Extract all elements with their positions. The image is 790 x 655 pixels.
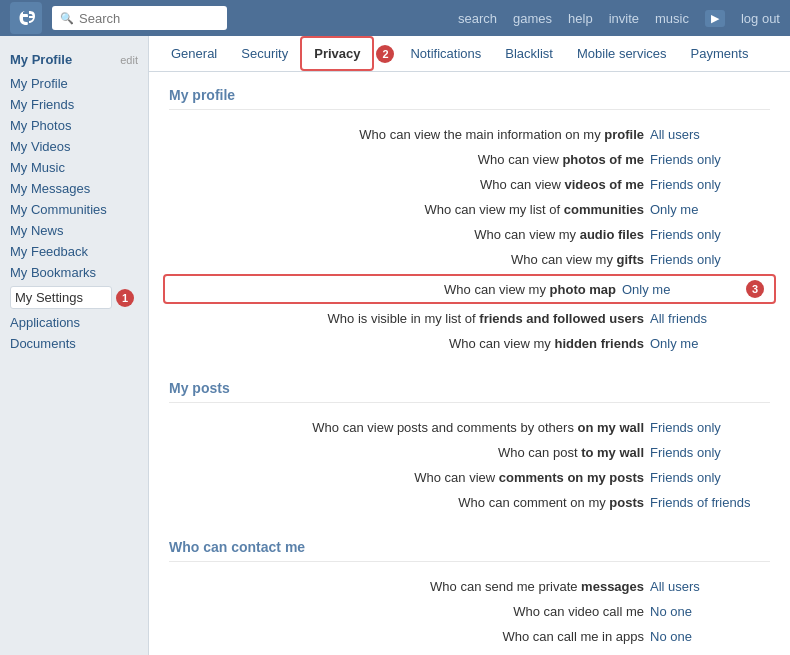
sidebar-item-applications[interactable]: Applications xyxy=(0,312,148,333)
setting-label: Who can comment on my posts xyxy=(169,495,650,510)
sidebar-item-my-videos[interactable]: My Videos xyxy=(0,136,148,157)
setting-label: Who can view videos of me xyxy=(169,177,650,192)
setting-row-photomap: Who can view my photo map Only me 3 xyxy=(163,274,776,304)
setting-value[interactable]: Friends only xyxy=(650,420,770,435)
section-title-contact: Who can contact me xyxy=(169,539,770,562)
setting-row-videos: Who can view videos of me Friends only xyxy=(169,172,770,197)
sidebar-item-my-communities[interactable]: My Communities xyxy=(0,199,148,220)
sidebar-item-my-photos[interactable]: My Photos xyxy=(0,115,148,136)
page-content: My profile Who can view the main informa… xyxy=(149,72,790,655)
setting-row-wall-posts: Who can view posts and comments by other… xyxy=(169,415,770,440)
setting-label: Who can view my audio files xyxy=(169,227,650,242)
sidebar-edit[interactable]: edit xyxy=(120,54,138,66)
setting-row-video-call: Who can video call me No one xyxy=(169,599,770,624)
vk-logo[interactable] xyxy=(10,2,42,34)
setting-row-call-apps: Who can call me in apps No one xyxy=(169,624,770,649)
setting-row-post-to-wall: Who can post to my wall Friends only xyxy=(169,440,770,465)
setting-row-communities: Who can view my list of communities Only… xyxy=(169,197,770,222)
tab-notifications[interactable]: Notifications xyxy=(398,36,493,71)
setting-row-photos: Who can view photos of me Friends only xyxy=(169,147,770,172)
setting-value[interactable]: Only me xyxy=(650,202,770,217)
section-title-my-profile: My profile xyxy=(169,87,770,110)
sidebar-badge-1: 1 xyxy=(116,289,134,307)
top-nav-links: search games help invite music ▶ log out xyxy=(458,10,780,27)
setting-value[interactable]: Friends only xyxy=(650,227,770,242)
nav-invite[interactable]: invite xyxy=(609,11,639,26)
setting-row-profile-info: Who can view the main information on my … xyxy=(169,122,770,147)
setting-value[interactable]: Friends only xyxy=(650,152,770,167)
sidebar-item-my-music[interactable]: My Music xyxy=(0,157,148,178)
setting-value[interactable]: All users xyxy=(650,579,770,594)
setting-label: Who can view comments on my posts xyxy=(169,470,650,485)
sidebar-username[interactable]: My Profile xyxy=(10,52,72,67)
top-navigation-bar: 🔍 search games help invite music ▶ log o… xyxy=(0,0,790,36)
setting-value[interactable]: Friends of friends xyxy=(650,495,770,510)
sidebar-item-my-messages[interactable]: My Messages xyxy=(0,178,148,199)
setting-value[interactable]: All users xyxy=(650,127,770,142)
setting-label: Who can view my list of communities xyxy=(169,202,650,217)
setting-label: Who can view my hidden friends xyxy=(169,336,650,351)
setting-value[interactable]: No one xyxy=(650,604,770,619)
setting-value[interactable]: Friends only xyxy=(650,445,770,460)
setting-value[interactable]: No one xyxy=(650,629,770,644)
setting-row-messages: Who can send me private messages All use… xyxy=(169,574,770,599)
setting-row-friends-list: Who is visible in my list of friends and… xyxy=(169,306,770,331)
section-contact: Who can contact me Who can send me priva… xyxy=(169,539,770,649)
setting-row-gifts: Who can view my gifts Friends only xyxy=(169,247,770,272)
setting-label: Who can view my photo map xyxy=(171,282,622,297)
main-layout: My Profile edit My Profile My Friends My… xyxy=(0,36,790,655)
sidebar-item-my-feedback[interactable]: My Feedback xyxy=(0,241,148,262)
tab-payments[interactable]: Payments xyxy=(679,36,761,71)
search-input[interactable] xyxy=(79,11,219,26)
nav-search[interactable]: search xyxy=(458,11,497,26)
tabs-bar: General Security Privacy 2 Notifications… xyxy=(149,36,790,72)
search-icon: 🔍 xyxy=(60,12,74,25)
setting-value[interactable]: Friends only xyxy=(650,470,770,485)
nav-logout[interactable]: log out xyxy=(741,11,780,26)
play-button[interactable]: ▶ xyxy=(705,10,725,27)
setting-row-hidden-friends: Who can view my hidden friends Only me xyxy=(169,331,770,356)
row-badge-3: 3 xyxy=(746,280,764,298)
sidebar-item-my-bookmarks[interactable]: My Bookmarks xyxy=(0,262,148,283)
setting-row-comment-posts: Who can comment on my posts Friends of f… xyxy=(169,490,770,515)
setting-label: Who can view posts and comments by other… xyxy=(169,420,650,435)
sidebar: My Profile edit My Profile My Friends My… xyxy=(0,36,148,655)
setting-value[interactable]: Friends only xyxy=(650,177,770,192)
sidebar-header: My Profile edit xyxy=(0,46,148,73)
section-my-posts: My posts Who can view posts and comments… xyxy=(169,380,770,515)
setting-label: Who can view my gifts xyxy=(169,252,650,267)
setting-value[interactable]: Friends only xyxy=(650,252,770,267)
tab-security[interactable]: Security xyxy=(229,36,300,71)
tab-privacy[interactable]: Privacy xyxy=(300,36,374,71)
setting-row-comments: Who can view comments on my posts Friend… xyxy=(169,465,770,490)
setting-label: Who can view photos of me xyxy=(169,152,650,167)
tab-mobile-services[interactable]: Mobile services xyxy=(565,36,679,71)
content-area: General Security Privacy 2 Notifications… xyxy=(148,36,790,655)
setting-label: Who can send me private messages xyxy=(169,579,650,594)
setting-value[interactable]: Only me xyxy=(650,336,770,351)
setting-label: Who can post to my wall xyxy=(169,445,650,460)
search-box[interactable]: 🔍 xyxy=(52,6,227,30)
setting-label: Who is visible in my list of friends and… xyxy=(169,311,650,326)
section-my-profile: My profile Who can view the main informa… xyxy=(169,87,770,356)
sidebar-item-my-profile[interactable]: My Profile xyxy=(0,73,148,94)
tab-blacklist[interactable]: Blacklist xyxy=(493,36,565,71)
sidebar-item-my-settings[interactable]: My Settings xyxy=(10,286,112,309)
tab-general[interactable]: General xyxy=(159,36,229,71)
setting-label: Who can video call me xyxy=(169,604,650,619)
setting-label: Who can call me in apps xyxy=(169,629,650,644)
setting-value[interactable]: Only me xyxy=(622,282,742,297)
nav-games[interactable]: games xyxy=(513,11,552,26)
setting-row-audio: Who can view my audio files Friends only xyxy=(169,222,770,247)
sidebar-item-my-news[interactable]: My News xyxy=(0,220,148,241)
nav-music[interactable]: music xyxy=(655,11,689,26)
setting-value[interactable]: All friends xyxy=(650,311,770,326)
nav-help[interactable]: help xyxy=(568,11,593,26)
setting-label: Who can view the main information on my … xyxy=(169,127,650,142)
section-title-my-posts: My posts xyxy=(169,380,770,403)
sidebar-item-documents[interactable]: Documents xyxy=(0,333,148,354)
sidebar-item-my-friends[interactable]: My Friends xyxy=(0,94,148,115)
tab-badge-2: 2 xyxy=(376,45,394,63)
